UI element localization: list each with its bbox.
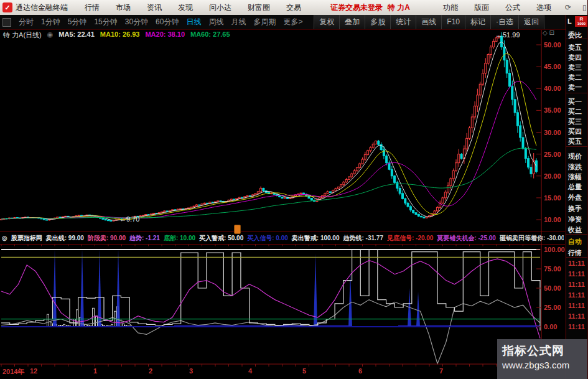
candle-body: [452, 171, 454, 179]
candle-body: [340, 185, 342, 187]
chart-corner-icons[interactable]: ◇ ⊡: [543, 29, 554, 36]
toolbar-button-画线[interactable]: 画线: [416, 15, 441, 29]
toolbar-button-统计[interactable]: 统计: [390, 15, 416, 29]
period-tab-15分钟[interactable]: 15分钟: [90, 17, 121, 27]
menu-item-3[interactable]: 资讯: [139, 2, 170, 13]
buy-signal-spike: [53, 250, 57, 327]
period-tab-月线[interactable]: 月线: [227, 17, 250, 27]
sidebar-tick-time[interactable]: 11:11: [568, 302, 585, 309]
indicator-header: ◎ 股票指标网 卖出线: 99.00阶段卖: 90.00趋势: -1.21底部:…: [2, 233, 564, 243]
sidebar-buy-4[interactable]: 买四: [568, 127, 582, 136]
toolbar-button-标记[interactable]: 标记: [465, 15, 490, 29]
candle-body: [230, 199, 232, 200]
sidebar-quote-8[interactable]: 收益: [568, 225, 582, 235]
period-tab-周线[interactable]: 周线: [205, 17, 227, 27]
menu-item-1[interactable]: 行情: [77, 2, 108, 13]
menu-item-7[interactable]: 交易: [278, 2, 309, 13]
indicator-param-4: 底部: 10.00: [164, 234, 195, 243]
candle-body: [284, 197, 286, 198]
refresh-icon[interactable]: ⟳: [565, 3, 571, 12]
period-tab-5分钟[interactable]: 5分钟: [64, 17, 91, 27]
sidebar-tick-time[interactable]: 11:11: [568, 270, 585, 278]
ma20-line: [1, 82, 536, 220]
period-toolbar: 分时1分钟5分钟15分钟30分钟60分钟日线周线月线多周期更多> 复权叠加多股统…: [0, 15, 588, 30]
candle-body: [413, 210, 414, 213]
candle-body: [506, 60, 508, 73]
candle-body: [372, 144, 374, 147]
period-tab-日线[interactable]: 日线: [182, 17, 205, 27]
time-axis-label-3: 3: [189, 367, 193, 375]
candle-body: [300, 193, 302, 194]
sidebar-quote-3[interactable]: 涨幅: [568, 172, 582, 182]
toolbar-button-F10[interactable]: F10: [441, 15, 465, 29]
sidebar-quote-1[interactable]: 现价: [568, 152, 582, 161]
eye-icon[interactable]: ◉: [47, 30, 54, 39]
sidebar-sell-3[interactable]: 卖三: [568, 63, 582, 72]
right-menu-item-2[interactable]: 版面: [466, 2, 497, 13]
right-menu-item-4[interactable]: 选项: [528, 2, 559, 13]
app-logo-icon: ✓: [2, 2, 12, 12]
sidebar-buy-2[interactable]: 买二: [568, 107, 582, 116]
sidebar-tick-time[interactable]: 11:11: [568, 291, 585, 299]
level2-badge[interactable]: R 1000: [575, 16, 588, 27]
price-axis-label: 10.00: [544, 216, 561, 223]
candle-body: [378, 141, 380, 145]
menu-item-2[interactable]: 市场: [108, 2, 139, 13]
period-tab-1分钟[interactable]: 1分钟: [37, 17, 64, 27]
period-tab-30分钟[interactable]: 30分钟: [121, 17, 152, 27]
price-axis-label: 20.00: [544, 172, 561, 180]
toolbar-button-多股[interactable]: 多股: [365, 15, 390, 29]
candle-body: [57, 217, 58, 218]
toolbar-button-叠加[interactable]: 叠加: [339, 15, 365, 29]
sidebar-divider: [566, 234, 588, 235]
indicator-param-1: 卖出线: 99.00: [46, 234, 84, 243]
sidebar-tick-time[interactable]: 11:11: [568, 312, 585, 320]
time-axis-label-5: 5: [302, 367, 306, 375]
sidebar-sell-5[interactable]: 卖一: [568, 83, 582, 92]
sidebar-tick-time[interactable]: 11:11: [568, 260, 585, 267]
toolbar-button-返回[interactable]: 返回: [518, 15, 544, 29]
menu-item-6[interactable]: 财富圈: [240, 2, 278, 13]
sidebar-quote-7[interactable]: 净资: [568, 215, 582, 224]
sidebar-sell-1[interactable]: 卖五: [568, 43, 582, 52]
mobile-icon[interactable]: ▯: [582, 3, 587, 12]
sidebar-tick-time[interactable]: 11:11: [568, 323, 585, 330]
time-axis-label-6: 6: [358, 367, 362, 375]
sidebar-tick-time[interactable]: 11:11: [568, 281, 585, 288]
sidebar-sell-4[interactable]: 卖二: [568, 73, 582, 82]
indicator-source-icon[interactable]: ◎: [2, 235, 7, 241]
indicator-param-5: 买入警戒: 50.00: [199, 234, 243, 243]
period-tab-60分钟[interactable]: 60分钟: [152, 17, 182, 27]
sidebar-quote-2[interactable]: 涨跌: [568, 162, 582, 172]
sidebar-quote-4[interactable]: 总量: [568, 182, 582, 192]
sidebar-quote-6[interactable]: 换手: [568, 204, 582, 213]
sidebar-buy-5[interactable]: 买五: [568, 137, 582, 146]
menu-item-5[interactable]: 问小达: [201, 2, 240, 13]
period-tab-分时[interactable]: 分时: [15, 17, 37, 27]
main-chart-canvas[interactable]: [0, 0, 588, 379]
toolbar-button-复权[interactable]: 复权: [314, 15, 339, 29]
period-tab-更多>[interactable]: 更多>: [279, 17, 306, 27]
sidebar-auto[interactable]: 自动: [568, 237, 582, 246]
sidebar-quote-5[interactable]: 外盘: [568, 193, 582, 202]
info-mine-icon[interactable]: [234, 225, 241, 234]
ma10-line: [1, 54, 536, 220]
candle-body: [353, 171, 355, 174]
sidebar-buy-3[interactable]: 买三: [568, 117, 582, 126]
period-tab-多周期[interactable]: 多周期: [250, 17, 279, 27]
right-menu-item-1[interactable]: 功能: [435, 2, 466, 13]
menu-item-4[interactable]: 发现: [170, 2, 201, 13]
main-menu: 行情市场资讯发现问小达财富圈交易: [77, 2, 309, 13]
indicator-axis-label: 25.00: [544, 304, 561, 311]
right-menu-item-3[interactable]: 公式: [497, 2, 528, 13]
candle-body: [324, 194, 326, 196]
toolbar-button-·自选[interactable]: ·自选: [490, 15, 518, 29]
period-tabs: 分时1分钟5分钟15分钟30分钟60分钟日线周线月线多周期更多>: [15, 17, 306, 27]
sidebar-market[interactable]: 行情: [568, 248, 582, 258]
candle-body: [399, 188, 401, 193]
price-axis-label: 35.00: [544, 106, 561, 114]
sidebar-buy-1[interactable]: 买一: [568, 97, 582, 106]
candle-body: [471, 117, 473, 128]
level1-toggle[interactable]: L: [567, 17, 572, 25]
sidebar-sell-2[interactable]: 卖四: [568, 53, 582, 62]
